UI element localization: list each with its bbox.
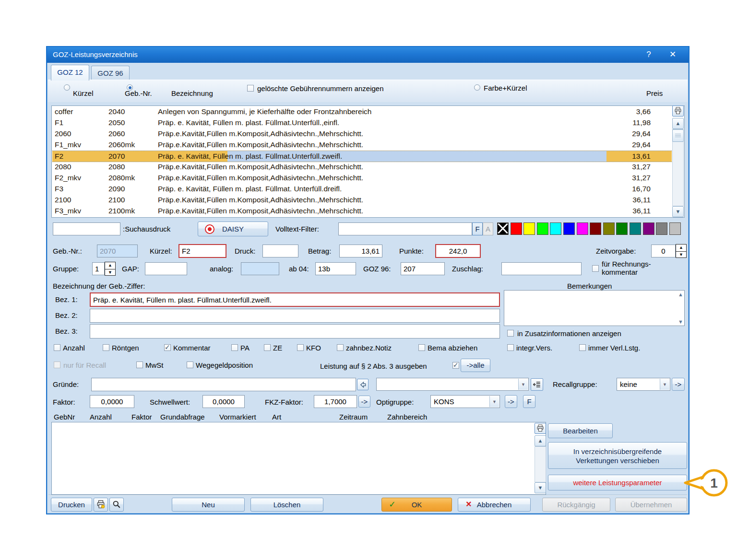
gebnr-field[interactable]: [97, 245, 138, 257]
bez1-field[interactable]: [90, 292, 500, 307]
insert-list-button[interactable]: [531, 378, 543, 391]
bemerkungen-scroll-down-icon[interactable]: ▼: [678, 319, 683, 325]
weitere-leistungsparameter-button[interactable]: weitere Leistungsparameter: [548, 475, 687, 490]
ok-button[interactable]: ✓ OK: [381, 498, 452, 512]
optigruppe-combobox[interactable]: KONS▼: [430, 395, 500, 408]
list-item[interactable]: 20602060Präp.e.Kavität,Füllen m.Komposit…: [52, 128, 672, 140]
insert-reason-button[interactable]: [357, 379, 368, 390]
alle-button[interactable]: ->alle: [461, 359, 490, 372]
chain-list[interactable]: [51, 422, 546, 495]
roentgen-checkbox[interactable]: [103, 344, 109, 351]
kuerzel-field[interactable]: [178, 244, 226, 258]
palette-swatch[interactable]: [523, 222, 535, 235]
betrag-field[interactable]: [339, 245, 382, 257]
mwst-checkbox[interactable]: [136, 362, 143, 368]
bez3-field[interactable]: [90, 324, 500, 338]
immer-verl-checkbox[interactable]: [579, 344, 586, 351]
palette-swatch[interactable]: [590, 222, 601, 235]
bemerkungen-textarea[interactable]: ▲ ▼: [504, 290, 685, 326]
list-item[interactable]: 20802080Präp.e.Kavität,Füllen m.Komposit…: [52, 162, 672, 173]
palette-swatch[interactable]: [563, 222, 575, 235]
list-item[interactable]: F1_mkv2060mkPräp.e.Kavität,Füllen m.Komp…: [52, 140, 672, 151]
loeschen-button[interactable]: Löschen: [250, 498, 323, 512]
reason-combobox[interactable]: ▼: [376, 378, 529, 391]
help-icon[interactable]: ?: [642, 49, 656, 60]
suchausdruck-input[interactable]: [53, 222, 120, 235]
list-item[interactable]: F2_mkv2080mkPräp.e.Kavität,Füllen m.Komp…: [52, 173, 672, 184]
neu-button[interactable]: Neu: [172, 498, 245, 512]
palette-swatch[interactable]: [577, 222, 588, 235]
search-button[interactable]: [109, 498, 124, 512]
chain-scroll-track[interactable]: [535, 446, 546, 482]
palette-swatch[interactable]: [656, 222, 667, 235]
palette-swatch[interactable]: [630, 222, 641, 235]
bearbeiten-button[interactable]: Bearbeiten: [548, 423, 613, 438]
gruppe-field[interactable]: [92, 262, 105, 275]
list-item[interactable]: coffer2040Anlegen von Spanngummi, je Kie…: [52, 106, 672, 117]
list-scroll-down-icon[interactable]: ▼: [672, 206, 684, 217]
ab04-field[interactable]: [315, 262, 356, 275]
sort-kuerzel-radio[interactable]: [64, 84, 70, 91]
punkte-field[interactable]: [435, 244, 481, 258]
abbrechen-button[interactable]: × Abbrechen: [458, 498, 531, 512]
tab-goz96[interactable]: GOZ 96: [91, 66, 130, 80]
palette-swatch[interactable]: [511, 222, 522, 235]
list-item[interactable]: 21002100Präp.e.Kavität,Füllen m.Komposit…: [52, 195, 672, 206]
chain-print-button[interactable]: [535, 423, 546, 434]
rechnungskommentar-checkbox[interactable]: [592, 265, 599, 272]
gap-field[interactable]: [145, 262, 187, 275]
palette-swatch[interactable]: [550, 222, 561, 235]
palette-swatch[interactable]: [603, 222, 615, 235]
list-item[interactable]: F3_mkv2100mkPräp.e.Kavität,Füllen m.Komp…: [52, 206, 672, 217]
zeitvorgabe-field[interactable]: [651, 245, 676, 257]
daisy-button[interactable]: DAISY: [198, 222, 268, 236]
chain-scroll-down-icon[interactable]: ▼: [535, 482, 546, 493]
pa-checkbox[interactable]: [231, 344, 238, 351]
chain-scroll-up-icon[interactable]: ▲: [535, 435, 546, 446]
palette-swatch[interactable]: [643, 222, 654, 235]
list-print-button[interactable]: [672, 105, 684, 117]
print-settings-button[interactable]: [94, 498, 108, 512]
zeitvorgabe-stepper[interactable]: ▲▼: [676, 244, 687, 258]
palette-swatch[interactable]: [669, 222, 681, 235]
bez2-field[interactable]: [90, 309, 500, 323]
bema-abziehen-checkbox[interactable]: [418, 344, 425, 351]
ze-checkbox[interactable]: [264, 344, 271, 351]
schwellwert-field[interactable]: [202, 395, 245, 408]
kfo-checkbox[interactable]: [297, 344, 304, 351]
opti-f-button[interactable]: F: [523, 395, 535, 408]
opti-arrow-button[interactable]: ->: [505, 395, 517, 408]
list-scroll-up-icon[interactable]: ▲: [672, 118, 684, 129]
palette-swatch-none[interactable]: [497, 222, 509, 235]
list-scroll-thumb[interactable]: [672, 129, 684, 142]
list-item-selected[interactable]: F22070Präp. e. Kavität, Füllen m. plast.…: [52, 151, 672, 162]
fkz-arrow-button[interactable]: ->: [358, 396, 370, 408]
integr-vers-checkbox[interactable]: [507, 344, 514, 351]
faktor-field[interactable]: [90, 395, 134, 408]
fkz-faktor-field[interactable]: [314, 395, 357, 408]
anzahl-checkbox[interactable]: [54, 344, 60, 351]
filter-a-button[interactable]: A: [483, 222, 493, 235]
palette-swatch[interactable]: [537, 222, 548, 235]
show-deleted-checkbox[interactable]: [247, 85, 254, 92]
filter-f-button[interactable]: F: [472, 222, 483, 235]
drucken-button[interactable]: Drucken: [51, 498, 92, 512]
farbe-kuerzel-radio[interactable]: [474, 84, 480, 91]
close-icon[interactable]: ✕: [666, 49, 680, 60]
kommentar-checkbox[interactable]: [164, 344, 171, 351]
recallgruppe-combobox[interactable]: keine▼: [617, 378, 670, 391]
analog-field[interactable]: [241, 262, 279, 275]
druck-field[interactable]: [262, 245, 298, 257]
zusatzinfo-checkbox[interactable]: [507, 330, 514, 337]
gruende-input[interactable]: [91, 378, 356, 391]
list-item[interactable]: F32090Präp. e. Kavität, Füllen m. plast.…: [52, 184, 672, 195]
volltext-filter-input[interactable]: [338, 222, 472, 235]
zuschlag-field[interactable]: [501, 262, 582, 275]
tab-goz12[interactable]: GOZ 12: [51, 65, 89, 81]
verkettungen-button[interactable]: In verzeichnisübergreifendeVerkettungen …: [548, 442, 687, 469]
wegegeld-checkbox[interactable]: [187, 362, 193, 368]
zahnbez-notiz-checkbox[interactable]: [337, 344, 344, 351]
leistung-abs3-checkbox[interactable]: [452, 362, 459, 369]
palette-swatch[interactable]: [616, 222, 628, 235]
list-item[interactable]: F12050Präp. e. Kavität, Füllen m. plast.…: [52, 117, 672, 128]
